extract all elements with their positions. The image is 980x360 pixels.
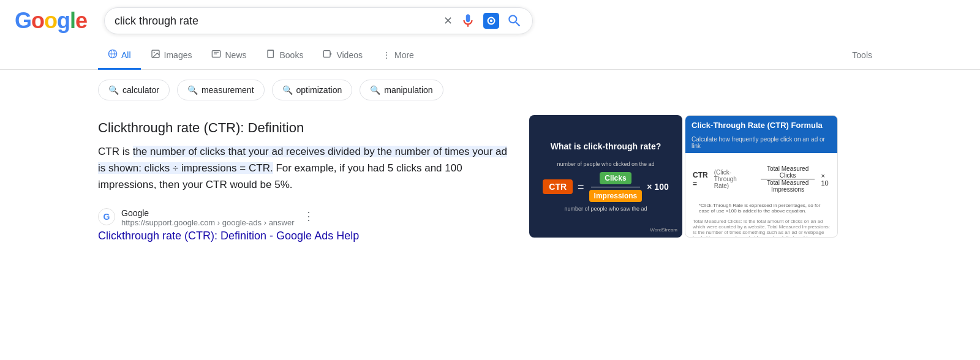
suggestion-measurement[interactable]: 🔍 measurement xyxy=(177,80,265,100)
source-favicon: G xyxy=(98,208,115,225)
source-url: https://support.google.com › google-ads … xyxy=(121,218,295,227)
fraction-numerator: Clicks xyxy=(600,172,631,184)
svg-rect-13 xyxy=(324,51,331,58)
search-button-icon[interactable] xyxy=(507,13,522,29)
chip-search-icon-3: 🔍 xyxy=(370,85,380,95)
google-favicon-letter: G xyxy=(104,212,110,222)
tab-news[interactable]: News xyxy=(202,42,256,70)
source-row: G Google https://support.google.com › go… xyxy=(98,208,514,227)
formula-numerator: Total Measured Clicks xyxy=(761,165,815,179)
source-name: Google xyxy=(121,208,295,218)
logo-e: e xyxy=(75,8,87,33)
ctr-formula: CTR = Clicks Impressions × 100 xyxy=(543,172,668,202)
tab-all[interactable]: All xyxy=(98,42,141,70)
card1-title: What is click-through rate? xyxy=(551,141,661,151)
tab-images-label: Images xyxy=(164,50,192,60)
card1-label-top: number of people who clicked on the ad xyxy=(557,161,654,167)
logo-g2: g xyxy=(57,8,70,33)
chip-search-icon-2: 🔍 xyxy=(282,85,293,95)
fraction-line xyxy=(591,187,640,187)
formula-row: CTR = (Click-Through Rate) Total Measure… xyxy=(693,165,830,193)
books-tab-icon xyxy=(266,49,276,61)
tab-images[interactable]: Images xyxy=(141,42,202,70)
search-bar-icons: ✕ xyxy=(443,13,522,29)
tab-more[interactable]: ⋮ More xyxy=(372,43,424,69)
card2-footer: *Click-Through Rate is expressed in perc… xyxy=(693,200,830,216)
news-tab-icon xyxy=(211,49,221,61)
header: Google ✕ xyxy=(0,0,980,42)
result-image-1[interactable]: What is click-through rate? number of pe… xyxy=(529,115,682,238)
suggestion-label-1: measurement xyxy=(202,85,254,95)
all-tab-icon xyxy=(108,49,118,61)
formula-label: CTR = xyxy=(693,171,708,188)
logo-o2: o xyxy=(44,8,57,33)
source-link[interactable]: Clickthrough rate (CTR): Definition - Go… xyxy=(98,230,514,242)
logo-o1: o xyxy=(31,8,44,33)
suggestion-calculator[interactable]: 🔍 calculator xyxy=(98,80,170,100)
svg-rect-11 xyxy=(268,50,273,58)
chip-search-icon-1: 🔍 xyxy=(187,85,198,95)
svg-marker-14 xyxy=(330,52,332,55)
tab-videos[interactable]: Videos xyxy=(313,42,372,70)
nav-tabs: All Images News Books Videos ⋮ More Tool… xyxy=(0,42,980,70)
result-image-2[interactable]: Click-Through Rate (CTR) Formula Calcula… xyxy=(685,115,838,238)
google-logo[interactable]: Google xyxy=(15,8,87,34)
card2-footer2: Total Measured Clicks: Is the total amou… xyxy=(693,219,830,238)
tab-books[interactable]: Books xyxy=(257,42,314,70)
multiplier: × 100 xyxy=(647,182,668,192)
equals-sign: = xyxy=(578,181,584,193)
logo-g: G xyxy=(15,8,31,33)
card2-subtitle: Calculate how frequently people click on… xyxy=(685,135,837,153)
search-bar[interactable]: ✕ xyxy=(104,7,533,34)
formula-denominator: Total Measured Impressions xyxy=(761,179,815,193)
results-right: What is click-through rate? number of pe… xyxy=(529,115,854,242)
lens-icon[interactable] xyxy=(483,13,499,29)
source-info: Google https://support.google.com › goog… xyxy=(121,208,295,227)
tab-news-label: News xyxy=(225,50,246,60)
featured-snippet: Clickthrough rate (CTR): Definition CTR … xyxy=(98,115,514,198)
logo-l: l xyxy=(70,8,75,33)
card2-multiplier: × 10 xyxy=(821,172,830,187)
main-content: Clickthrough rate (CTR): Definition CTR … xyxy=(0,110,980,247)
videos-tab-icon xyxy=(323,49,333,61)
results-left: Clickthrough rate (CTR): Definition CTR … xyxy=(98,115,514,242)
card2-title: Click-Through Rate (CTR) Formula xyxy=(685,116,837,135)
images-tab-icon xyxy=(151,49,160,61)
tab-videos-label: Videos xyxy=(336,50,363,60)
voice-icon[interactable] xyxy=(460,13,476,29)
formula-fraction: Total Measured Clicks Total Measured Imp… xyxy=(761,165,815,193)
tab-all-label: All xyxy=(121,50,131,60)
source-menu-icon[interactable]: ⋮ xyxy=(303,209,314,223)
search-input[interactable] xyxy=(115,15,437,28)
suggestion-label-2: optimization xyxy=(296,85,342,95)
tab-tools-label: Tools xyxy=(852,50,872,60)
tab-books-label: Books xyxy=(280,50,304,60)
suggestion-label-0: calculator xyxy=(123,85,159,95)
snippet-prefix: CTR is xyxy=(98,146,133,157)
more-tab-icon: ⋮ xyxy=(382,50,391,60)
card2-body: CTR = (Click-Through Rate) Total Measure… xyxy=(685,153,837,238)
clear-icon[interactable]: ✕ xyxy=(443,14,453,28)
tab-tools[interactable]: Tools xyxy=(842,43,882,69)
svg-point-2 xyxy=(490,20,492,22)
suggestion-manipulation[interactable]: 🔍 manipulation xyxy=(360,80,443,100)
suggestion-label-3: manipulation xyxy=(384,85,432,95)
suggestion-optimization[interactable]: 🔍 optimization xyxy=(272,80,353,100)
svg-point-7 xyxy=(153,52,154,53)
snippet-title: Clickthrough rate (CTR): Definition xyxy=(98,120,514,136)
fraction: Clicks Impressions xyxy=(589,172,643,202)
tab-more-label: More xyxy=(394,50,414,60)
snippet-body: CTR is the number of clicks that your ad… xyxy=(98,143,514,193)
chip-search-icon-0: 🔍 xyxy=(108,85,119,95)
card1-attribution: WordStream xyxy=(650,227,677,233)
fraction-denominator: Impressions xyxy=(589,190,643,202)
suggestions-row: 🔍 calculator 🔍 measurement 🔍 optimizatio… xyxy=(0,70,980,110)
card1-label-bottom: number of people who saw the ad xyxy=(564,206,647,212)
ctr-badge: CTR xyxy=(543,179,573,194)
